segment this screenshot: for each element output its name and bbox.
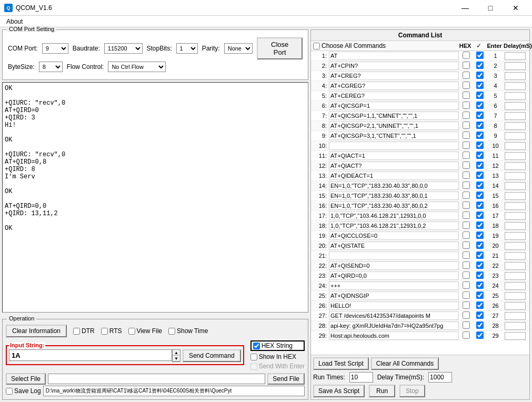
cmd-delay-input[interactable] <box>505 72 526 80</box>
cmd-input[interactable] <box>329 72 459 80</box>
cmd-input[interactable] <box>329 132 459 140</box>
cmd-input[interactable] <box>329 242 459 250</box>
cmd-check-checkbox[interactable] <box>476 62 484 69</box>
hex-string-checkbox-label[interactable]: HEX String <box>250 340 305 351</box>
rts-checkbox[interactable] <box>101 328 108 335</box>
cmd-input[interactable] <box>329 62 459 70</box>
save-as-script-button[interactable]: Save As Script <box>313 385 365 397</box>
cmd-check-checkbox[interactable] <box>476 252 484 259</box>
cmd-hex-checkbox[interactable] <box>463 92 470 99</box>
choose-all-label[interactable]: Choose All Commands <box>313 42 458 49</box>
cmd-delay-input[interactable] <box>505 152 526 160</box>
load-test-script-button[interactable]: Load Test Script <box>313 357 369 370</box>
cmd-input[interactable] <box>329 262 459 270</box>
cmd-hex-checkbox[interactable] <box>463 232 470 239</box>
cmd-input[interactable] <box>329 52 459 60</box>
cmd-check-checkbox[interactable] <box>476 222 484 229</box>
show-time-checkbox[interactable] <box>168 328 175 335</box>
cmd-hex-checkbox[interactable] <box>463 192 470 199</box>
cmd-input[interactable] <box>329 282 459 290</box>
save-log-checkbox[interactable] <box>6 388 13 395</box>
cmd-check-checkbox[interactable] <box>476 112 484 119</box>
cmd-check-checkbox[interactable] <box>476 232 484 239</box>
dtr-checkbox-label[interactable]: DTR <box>73 327 95 335</box>
cmd-hex-checkbox[interactable] <box>463 62 470 69</box>
cmd-delay-input[interactable] <box>505 52 526 60</box>
cmd-input[interactable] <box>329 321 459 330</box>
cmd-delay-input[interactable] <box>505 122 526 130</box>
cmd-hex-checkbox[interactable] <box>463 262 470 269</box>
hex-string-checkbox[interactable] <box>253 343 260 349</box>
cmd-hex-checkbox[interactable] <box>463 242 470 249</box>
cmd-hex-checkbox[interactable] <box>463 122 470 129</box>
cmd-hex-checkbox[interactable] <box>463 52 470 59</box>
cmd-delay-input[interactable] <box>505 162 526 170</box>
cmd-delay-input[interactable] <box>505 92 526 100</box>
cmd-delay-input[interactable] <box>505 292 526 300</box>
run-button[interactable]: Run <box>369 385 395 397</box>
cmd-check-checkbox[interactable] <box>476 162 484 169</box>
cmd-input[interactable] <box>329 142 459 150</box>
cmd-hex-checkbox[interactable] <box>463 152 470 159</box>
cmd-hex-checkbox[interactable] <box>463 72 470 79</box>
baudrate-select[interactable]: 115200 <box>104 43 143 54</box>
cmd-check-checkbox[interactable] <box>476 331 484 339</box>
flowcontrol-select[interactable]: No Ctrl Flow <box>108 62 166 72</box>
cmd-delay-input[interactable] <box>505 182 526 190</box>
cmd-check-checkbox[interactable] <box>476 142 484 149</box>
cmd-hex-checkbox[interactable] <box>463 222 470 229</box>
save-log-checkbox-label[interactable]: Save Log <box>6 387 41 395</box>
cmd-check-checkbox[interactable] <box>476 172 484 179</box>
cmd-delay-input[interactable] <box>505 262 526 270</box>
cmd-delay-input[interactable] <box>505 172 526 180</box>
cmd-delay-input[interactable] <box>505 222 526 230</box>
cmd-check-checkbox[interactable] <box>476 321 484 329</box>
cmd-check-checkbox[interactable] <box>476 122 484 129</box>
show-time-checkbox-label[interactable]: Show Time <box>168 327 208 335</box>
cmd-delay-input[interactable] <box>505 242 526 250</box>
rts-checkbox-label[interactable]: RTS <box>101 327 122 335</box>
cmd-hex-checkbox[interactable] <box>463 302 470 309</box>
cmd-check-checkbox[interactable] <box>476 242 484 249</box>
cmd-delay-input[interactable] <box>505 302 526 310</box>
cmd-check-checkbox[interactable] <box>476 152 484 159</box>
cmd-input[interactable] <box>329 252 459 260</box>
cmd-check-checkbox[interactable] <box>476 311 484 319</box>
file-path-input[interactable] <box>48 374 265 384</box>
cmd-check-checkbox[interactable] <box>476 182 484 189</box>
cmd-input[interactable] <box>329 92 459 100</box>
choose-all-checkbox[interactable] <box>313 43 320 49</box>
maximize-button[interactable]: □ <box>478 0 503 16</box>
cmd-delay-input[interactable] <box>505 322 526 330</box>
cmd-input[interactable] <box>329 212 459 220</box>
cmd-delay-input[interactable] <box>505 142 526 150</box>
select-file-button[interactable]: Select File <box>6 373 46 385</box>
close-button[interactable]: ✕ <box>504 0 528 16</box>
cmd-delay-input[interactable] <box>505 132 526 140</box>
cmd-delay-input[interactable] <box>505 272 526 280</box>
cmd-check-checkbox[interactable] <box>476 72 484 79</box>
run-times-input[interactable] <box>349 372 373 383</box>
dtr-checkbox[interactable] <box>73 328 80 335</box>
send-with-enter-checkbox[interactable] <box>250 363 257 370</box>
cmd-delay-input[interactable] <box>505 312 526 320</box>
cmd-delay-input[interactable] <box>505 252 526 260</box>
spinner-up-button[interactable]: ▲ <box>173 350 180 356</box>
cmd-input[interactable] <box>329 82 459 90</box>
cmd-hex-checkbox[interactable] <box>463 311 470 319</box>
save-log-path-input[interactable] <box>43 386 305 396</box>
cmd-check-checkbox[interactable] <box>476 92 484 99</box>
cmd-input[interactable] <box>329 292 459 300</box>
cmd-delay-input[interactable] <box>505 202 526 210</box>
cmd-hex-checkbox[interactable] <box>463 82 470 89</box>
cmd-delay-input[interactable] <box>505 282 526 290</box>
delay-time-input[interactable] <box>428 372 452 383</box>
cmd-input[interactable] <box>329 311 459 320</box>
cmd-delay-input[interactable] <box>505 62 526 70</box>
cmd-hex-checkbox[interactable] <box>463 321 470 329</box>
cmd-hex-checkbox[interactable] <box>463 142 470 149</box>
cmd-delay-input[interactable] <box>505 102 526 110</box>
cmd-hex-checkbox[interactable] <box>463 282 470 289</box>
cmd-check-checkbox[interactable] <box>476 192 484 199</box>
stopbits-select[interactable]: 1 <box>176 43 198 54</box>
